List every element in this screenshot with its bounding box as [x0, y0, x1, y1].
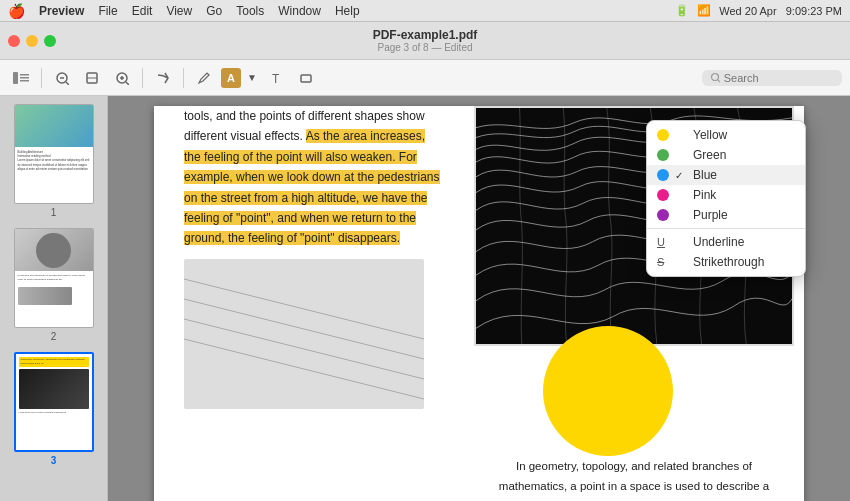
battery-icon: 🔋: [675, 4, 689, 17]
svg-line-6: [66, 82, 69, 85]
pen-tool-button[interactable]: [191, 67, 217, 89]
title-bar-center: PDF-example1.pdf Page 3 of 8 — Edited: [373, 28, 478, 53]
strikethrough-icon: S: [657, 256, 669, 268]
purple-label: Purple: [693, 208, 728, 222]
menu-help[interactable]: Help: [335, 4, 360, 18]
thumb-num-1: 1: [51, 207, 57, 218]
menu-view[interactable]: View: [166, 4, 192, 18]
thumbnail-3[interactable]: Geometric Philosophy highlighted text pa…: [10, 352, 98, 466]
menu-bar-right: 🔋 📶 Wed 20 Apr 9:09:23 PM: [675, 4, 842, 17]
zoom-in-button[interactable]: [109, 67, 135, 89]
title-bar: PDF-example1.pdf Page 3 of 8 — Edited: [0, 22, 850, 60]
color-blue[interactable]: ✓ Blue: [647, 165, 805, 185]
share-icon: [156, 71, 170, 85]
wifi-icon: 📶: [697, 4, 711, 17]
yellow-circle: [543, 326, 673, 456]
sidebar-toggle-button[interactable]: [8, 67, 34, 89]
menu-app[interactable]: Preview: [39, 4, 84, 18]
right-text-block: In geometry, topology, and related branc…: [474, 446, 794, 501]
text-tool-icon: T: [269, 71, 283, 85]
apple-menu[interactable]: 🍎: [8, 3, 25, 19]
purple-dot: [657, 209, 669, 221]
pink-label: Pink: [693, 188, 716, 202]
traffic-lights: [8, 35, 56, 47]
color-purple[interactable]: Purple: [647, 205, 805, 225]
svg-rect-2: [20, 77, 29, 79]
highlight-color-dropdown: Yellow Green ✓ Blue Pink Purple: [646, 120, 806, 277]
green-dot: [657, 149, 669, 161]
pdf-text-top: tools, and the points of different shape…: [184, 106, 444, 249]
menu-tools[interactable]: Tools: [236, 4, 264, 18]
pink-dot: [657, 189, 669, 201]
svg-rect-14: [301, 75, 311, 82]
search-box[interactable]: [702, 70, 842, 86]
blue-dot: [657, 169, 669, 181]
menu-go[interactable]: Go: [206, 4, 222, 18]
dropdown-separator: [647, 228, 805, 229]
highlight-button[interactable]: A: [221, 68, 241, 88]
blue-check: ✓: [675, 170, 687, 181]
color-pink[interactable]: Pink: [647, 185, 805, 205]
text-tool-button[interactable]: T: [263, 67, 289, 89]
separator-2: [142, 68, 143, 88]
search-icon: [710, 72, 720, 83]
highlighted-text: As the area increases, the feeling of th…: [184, 129, 440, 245]
menu-edit[interactable]: Edit: [132, 4, 153, 18]
bottom-image: [184, 259, 424, 409]
menu-file[interactable]: File: [98, 4, 117, 18]
svg-line-16: [718, 80, 720, 83]
thumbnail-1[interactable]: Building ArchitectureInteractive reading…: [10, 104, 98, 218]
shapes-icon: [299, 71, 313, 85]
window-subtitle: Page 3 of 8 — Edited: [377, 42, 472, 53]
search-input[interactable]: [724, 72, 834, 84]
svg-text:T: T: [272, 72, 280, 85]
color-yellow[interactable]: Yellow: [647, 125, 805, 145]
underline-label: Underline: [693, 235, 744, 249]
strikethrough-option[interactable]: S Strikethrough: [647, 252, 805, 272]
zoom-in-icon: [115, 71, 129, 85]
zoom-out-button[interactable]: [49, 67, 75, 89]
sidebar: Building ArchitectureInteractive reading…: [0, 96, 108, 501]
shapes-button[interactable]: [293, 67, 319, 89]
maximize-button[interactable]: [44, 35, 56, 47]
window-title: PDF-example1.pdf: [373, 28, 478, 42]
thumbnail-2[interactable]: Proportion and interfaces of architectur…: [10, 228, 98, 342]
yellow-label: Yellow: [693, 128, 727, 142]
yellow-dot: [657, 129, 669, 141]
svg-point-15: [712, 74, 719, 81]
menu-window[interactable]: Window: [278, 4, 321, 18]
separator-1: [41, 68, 42, 88]
yellow-circle-container: [474, 356, 794, 436]
share-button[interactable]: [150, 67, 176, 89]
bottom-image-svg: [184, 259, 424, 409]
sidebar-icon: [13, 72, 29, 84]
zoom-fit-button[interactable]: [79, 67, 105, 89]
menu-bar: 🍎 Preview File Edit View Go Tools Window…: [0, 0, 850, 22]
zoom-out-icon: [55, 71, 69, 85]
svg-rect-17: [184, 259, 424, 409]
green-label: Green: [693, 148, 726, 162]
content-area: tools, and the points of different shape…: [108, 96, 850, 501]
pdf-left-column: tools, and the points of different shape…: [154, 106, 464, 501]
separator-3: [183, 68, 184, 88]
toolbar: A ▼ T: [0, 60, 850, 96]
svg-rect-1: [20, 74, 29, 76]
zoom-fit-icon: [85, 71, 99, 85]
svg-line-12: [126, 82, 129, 85]
thumb-img-2: Proportion and interfaces of architectur…: [14, 228, 94, 328]
clock: Wed 20 Apr 9:09:23 PM: [719, 5, 842, 17]
thumb-img-3: Geometric Philosophy highlighted text pa…: [14, 352, 94, 452]
close-button[interactable]: [8, 35, 20, 47]
thumb-img-1: Building ArchitectureInteractive reading…: [14, 104, 94, 204]
pen-icon: [197, 71, 211, 85]
minimize-button[interactable]: [26, 35, 38, 47]
underline-option[interactable]: U Underline: [647, 232, 805, 252]
strikethrough-label: Strikethrough: [693, 255, 764, 269]
underline-icon: U: [657, 236, 669, 248]
main-layout: Building ArchitectureInteractive reading…: [0, 96, 850, 501]
highlight-dropdown-button[interactable]: ▼: [245, 67, 259, 89]
svg-rect-0: [13, 72, 18, 84]
svg-rect-3: [20, 80, 29, 82]
color-green[interactable]: Green: [647, 145, 805, 165]
thumb-num-2: 2: [51, 331, 57, 342]
